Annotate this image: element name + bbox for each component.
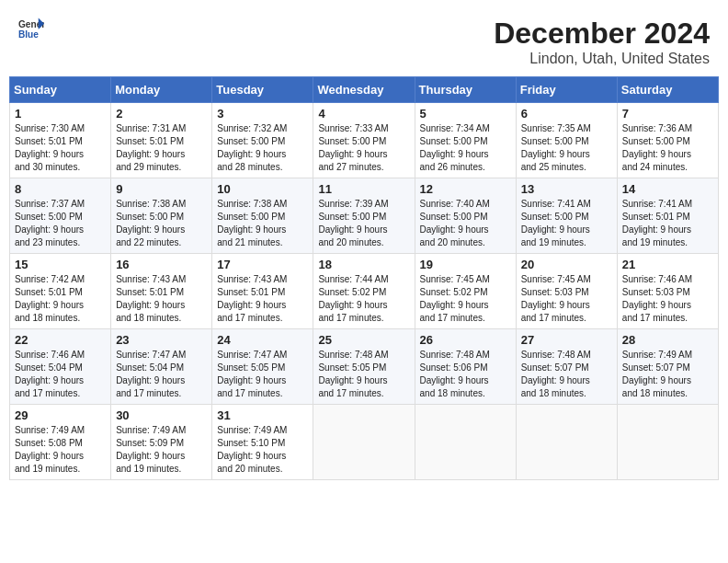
day-number: 16 bbox=[116, 258, 207, 271]
day-number: 4 bbox=[318, 107, 409, 121]
day-info: Sunrise: 7:49 AM Sunset: 5:09 PM Dayligh… bbox=[116, 424, 207, 476]
calendar-cell: 25Sunrise: 7:48 AM Sunset: 5:05 PM Dayli… bbox=[313, 329, 415, 405]
day-number: 17 bbox=[217, 258, 308, 271]
calendar-cell: 1Sunrise: 7:30 AM Sunset: 5:01 PM Daylig… bbox=[10, 103, 111, 178]
calendar-cell: 23Sunrise: 7:47 AM Sunset: 5:04 PM Dayli… bbox=[111, 329, 212, 405]
calendar-header-row: SundayMondayTuesdayWednesdayThursdayFrid… bbox=[10, 77, 719, 103]
day-info: Sunrise: 7:48 AM Sunset: 5:05 PM Dayligh… bbox=[318, 349, 409, 400]
day-info: Sunrise: 7:43 AM Sunset: 5:01 PM Dayligh… bbox=[116, 273, 207, 325]
calendar-cell: 20Sunrise: 7:45 AM Sunset: 5:03 PM Dayli… bbox=[516, 254, 617, 329]
day-info: Sunrise: 7:49 AM Sunset: 5:07 PM Dayligh… bbox=[622, 349, 713, 400]
location-title: Lindon, Utah, United States bbox=[494, 51, 710, 67]
day-info: Sunrise: 7:45 AM Sunset: 5:03 PM Dayligh… bbox=[521, 273, 612, 325]
day-info: Sunrise: 7:43 AM Sunset: 5:01 PM Dayligh… bbox=[217, 273, 308, 325]
calendar-cell: 26Sunrise: 7:48 AM Sunset: 5:06 PM Dayli… bbox=[415, 329, 516, 405]
day-number: 5 bbox=[420, 107, 511, 121]
day-info: Sunrise: 7:34 AM Sunset: 5:00 PM Dayligh… bbox=[420, 122, 511, 174]
day-number: 25 bbox=[318, 333, 409, 347]
day-info: Sunrise: 7:47 AM Sunset: 5:04 PM Dayligh… bbox=[116, 349, 207, 400]
calendar-cell: 22Sunrise: 7:46 AM Sunset: 5:04 PM Dayli… bbox=[10, 329, 111, 405]
logo-icon: General Blue bbox=[18, 17, 44, 42]
calendar-cell bbox=[516, 405, 617, 480]
day-info: Sunrise: 7:32 AM Sunset: 5:00 PM Dayligh… bbox=[217, 122, 308, 174]
day-number: 27 bbox=[521, 333, 612, 347]
calendar-cell: 8Sunrise: 7:37 AM Sunset: 5:00 PM Daylig… bbox=[10, 178, 111, 254]
day-info: Sunrise: 7:48 AM Sunset: 5:07 PM Dayligh… bbox=[521, 349, 612, 400]
day-number: 8 bbox=[15, 182, 106, 196]
calendar-cell: 11Sunrise: 7:39 AM Sunset: 5:00 PM Dayli… bbox=[313, 178, 415, 254]
day-number: 14 bbox=[622, 182, 713, 196]
day-number: 12 bbox=[420, 182, 511, 196]
calendar-cell: 13Sunrise: 7:41 AM Sunset: 5:00 PM Dayli… bbox=[516, 178, 617, 254]
day-info: Sunrise: 7:47 AM Sunset: 5:05 PM Dayligh… bbox=[217, 349, 308, 400]
day-info: Sunrise: 7:42 AM Sunset: 5:01 PM Dayligh… bbox=[15, 273, 106, 325]
day-number: 24 bbox=[217, 333, 308, 347]
calendar-week-row: 22Sunrise: 7:46 AM Sunset: 5:04 PM Dayli… bbox=[10, 329, 719, 405]
day-number: 10 bbox=[217, 182, 308, 196]
calendar-cell: 5Sunrise: 7:34 AM Sunset: 5:00 PM Daylig… bbox=[415, 103, 516, 178]
day-info: Sunrise: 7:48 AM Sunset: 5:06 PM Dayligh… bbox=[420, 349, 511, 400]
day-number: 13 bbox=[521, 182, 612, 196]
day-info: Sunrise: 7:31 AM Sunset: 5:01 PM Dayligh… bbox=[116, 122, 207, 174]
day-info: Sunrise: 7:39 AM Sunset: 5:00 PM Dayligh… bbox=[318, 198, 409, 249]
day-number: 11 bbox=[318, 182, 409, 196]
day-number: 26 bbox=[420, 333, 511, 347]
day-info: Sunrise: 7:49 AM Sunset: 5:08 PM Dayligh… bbox=[15, 424, 106, 476]
calendar-cell bbox=[415, 405, 516, 480]
header-sunday: Sunday bbox=[10, 77, 111, 103]
day-info: Sunrise: 7:33 AM Sunset: 5:00 PM Dayligh… bbox=[318, 122, 409, 174]
day-info: Sunrise: 7:30 AM Sunset: 5:01 PM Dayligh… bbox=[15, 122, 106, 174]
day-number: 1 bbox=[15, 107, 106, 121]
day-info: Sunrise: 7:46 AM Sunset: 5:04 PM Dayligh… bbox=[15, 349, 106, 400]
calendar-cell: 15Sunrise: 7:42 AM Sunset: 5:01 PM Dayli… bbox=[10, 254, 111, 329]
header-friday: Friday bbox=[516, 77, 617, 103]
month-title: December 2024 bbox=[494, 17, 710, 51]
day-number: 9 bbox=[116, 182, 207, 196]
day-number: 18 bbox=[318, 258, 409, 271]
day-info: Sunrise: 7:38 AM Sunset: 5:00 PM Dayligh… bbox=[217, 198, 308, 249]
day-number: 29 bbox=[15, 408, 106, 422]
svg-text:Blue: Blue bbox=[18, 29, 39, 40]
day-info: Sunrise: 7:44 AM Sunset: 5:02 PM Dayligh… bbox=[318, 273, 409, 325]
day-number: 21 bbox=[622, 258, 713, 271]
day-number: 20 bbox=[521, 258, 612, 271]
day-info: Sunrise: 7:35 AM Sunset: 5:00 PM Dayligh… bbox=[521, 122, 612, 174]
day-info: Sunrise: 7:36 AM Sunset: 5:00 PM Dayligh… bbox=[622, 122, 713, 174]
title-area: December 2024 Lindon, Utah, United State… bbox=[494, 17, 710, 67]
header: General Blue December 2024 Lindon, Utah,… bbox=[9, 9, 719, 73]
day-info: Sunrise: 7:45 AM Sunset: 5:02 PM Dayligh… bbox=[420, 273, 511, 325]
calendar-cell: 9Sunrise: 7:38 AM Sunset: 5:00 PM Daylig… bbox=[111, 178, 212, 254]
calendar-cell: 17Sunrise: 7:43 AM Sunset: 5:01 PM Dayli… bbox=[212, 254, 313, 329]
day-info: Sunrise: 7:38 AM Sunset: 5:00 PM Dayligh… bbox=[116, 198, 207, 249]
calendar-cell: 31Sunrise: 7:49 AM Sunset: 5:10 PM Dayli… bbox=[212, 405, 313, 480]
logo: General Blue bbox=[18, 17, 44, 42]
calendar-cell: 12Sunrise: 7:40 AM Sunset: 5:00 PM Dayli… bbox=[415, 178, 516, 254]
calendar-cell: 29Sunrise: 7:49 AM Sunset: 5:08 PM Dayli… bbox=[10, 405, 111, 480]
day-number: 22 bbox=[15, 333, 106, 347]
calendar-cell: 7Sunrise: 7:36 AM Sunset: 5:00 PM Daylig… bbox=[617, 103, 718, 178]
calendar-cell: 24Sunrise: 7:47 AM Sunset: 5:05 PM Dayli… bbox=[212, 329, 313, 405]
calendar-cell: 3Sunrise: 7:32 AM Sunset: 5:00 PM Daylig… bbox=[212, 103, 313, 178]
day-number: 28 bbox=[622, 333, 713, 347]
calendar-cell: 30Sunrise: 7:49 AM Sunset: 5:09 PM Dayli… bbox=[111, 405, 212, 480]
calendar-week-row: 29Sunrise: 7:49 AM Sunset: 5:08 PM Dayli… bbox=[10, 405, 719, 480]
day-info: Sunrise: 7:40 AM Sunset: 5:00 PM Dayligh… bbox=[420, 198, 511, 249]
header-tuesday: Tuesday bbox=[212, 77, 313, 103]
header-monday: Monday bbox=[111, 77, 212, 103]
header-saturday: Saturday bbox=[617, 77, 718, 103]
calendar-cell: 4Sunrise: 7:33 AM Sunset: 5:00 PM Daylig… bbox=[313, 103, 415, 178]
calendar-cell: 2Sunrise: 7:31 AM Sunset: 5:01 PM Daylig… bbox=[111, 103, 212, 178]
calendar-cell bbox=[313, 405, 415, 480]
calendar-week-row: 15Sunrise: 7:42 AM Sunset: 5:01 PM Dayli… bbox=[10, 254, 719, 329]
day-info: Sunrise: 7:41 AM Sunset: 5:00 PM Dayligh… bbox=[521, 198, 612, 249]
calendar-cell: 28Sunrise: 7:49 AM Sunset: 5:07 PM Dayli… bbox=[617, 329, 718, 405]
calendar-cell: 10Sunrise: 7:38 AM Sunset: 5:00 PM Dayli… bbox=[212, 178, 313, 254]
day-number: 2 bbox=[116, 107, 207, 121]
day-number: 15 bbox=[15, 258, 106, 271]
day-number: 7 bbox=[622, 107, 713, 121]
calendar-cell: 21Sunrise: 7:46 AM Sunset: 5:03 PM Dayli… bbox=[617, 254, 718, 329]
calendar-cell: 6Sunrise: 7:35 AM Sunset: 5:00 PM Daylig… bbox=[516, 103, 617, 178]
day-info: Sunrise: 7:37 AM Sunset: 5:00 PM Dayligh… bbox=[15, 198, 106, 249]
day-info: Sunrise: 7:46 AM Sunset: 5:03 PM Dayligh… bbox=[622, 273, 713, 325]
day-number: 6 bbox=[521, 107, 612, 121]
